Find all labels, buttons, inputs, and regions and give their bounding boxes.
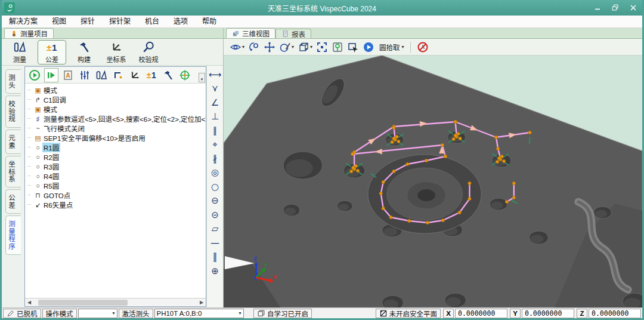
tree-tool-coordsys-button[interactable] xyxy=(128,68,142,82)
tree-tool-step-run-button[interactable] xyxy=(44,68,58,82)
safety-plane-label: 未开启安全平面 xyxy=(389,309,438,318)
svg-text:±: ± xyxy=(47,42,52,52)
window-title: 天准三坐标系统 VispecCube 2024 xyxy=(2,3,642,13)
toolbar-overflow-button[interactable]: ▾ xyxy=(199,73,205,82)
gdt-perpendicularity-button[interactable]: ⊥ xyxy=(209,110,222,124)
horizontal-scrollbar[interactable]: ◀ ▶ xyxy=(25,298,206,306)
coord-value-X: 0.0000000 xyxy=(455,309,507,318)
tree-item-5[interactable]: ┄▤SEP1安全平面偏移<10>是否启用 xyxy=(27,133,206,143)
gdt-total-runout-button[interactable]: ⊕ xyxy=(209,264,222,278)
gdt-parallelism-button[interactable]: ∥ xyxy=(209,124,222,138)
scrollbar-thumb[interactable] xyxy=(38,300,128,306)
gdt-concentricity-button[interactable]: ◎ xyxy=(209,166,222,180)
menu-item-0[interactable]: 解决方案 xyxy=(2,16,45,28)
side-tab-5[interactable]: 测量程序 xyxy=(5,216,21,255)
gdt-runout-button[interactable]: ⊝ xyxy=(209,208,222,222)
tree-item-10[interactable]: ┄○R5圆 xyxy=(27,181,206,190)
tree-item-icon: ▤ xyxy=(33,134,42,142)
minimize-button[interactable] xyxy=(589,1,606,14)
probe-dropdown[interactable]: PH10T A:0,B:0▾ xyxy=(154,309,244,318)
tree-item-icon: ▣ xyxy=(33,106,42,113)
menu-item-2[interactable]: 探针 xyxy=(73,16,102,28)
scroll-right-arrow[interactable]: ▶ xyxy=(197,299,206,306)
gdt-position-button[interactable]: ⌖ xyxy=(209,138,222,152)
menu-item-4[interactable]: 机台 xyxy=(138,16,166,28)
move-cross-button[interactable] xyxy=(262,40,277,54)
menu-item-5[interactable]: 选项 xyxy=(166,16,195,28)
tree-tool-probe-target-button[interactable] xyxy=(178,68,192,82)
menu-item-1[interactable]: 视图 xyxy=(45,16,73,28)
gdt-symmetry-button[interactable]: ‖ xyxy=(209,250,222,264)
scroll-left-arrow[interactable]: ◀ xyxy=(25,299,33,306)
tree-item-8[interactable]: ┄○R3圆 xyxy=(27,162,206,171)
svg-text:1: 1 xyxy=(151,70,156,80)
gdt-straightness-button[interactable]: — xyxy=(209,236,222,250)
tree-tool-program-doc-button[interactable]: A xyxy=(61,68,75,82)
ribbon-measure-button[interactable]: 测量 xyxy=(5,40,34,64)
select-rotate-button[interactable]: ▾ xyxy=(278,40,295,54)
tree-item-0[interactable]: ┄▣模式 xyxy=(27,85,206,95)
tree-tool-tolerance-button[interactable]: ±1 xyxy=(144,68,159,82)
side-tab-0[interactable]: 测头 xyxy=(5,69,21,94)
tree-item-icon: ⊓ xyxy=(33,192,42,199)
ribbon-coordsys-button[interactable]: 坐标系 xyxy=(102,40,131,64)
gauge-icon xyxy=(142,41,155,54)
maximize-button[interactable] xyxy=(606,1,624,14)
circle-pick-button[interactable]: 圆拾取▾ xyxy=(377,40,405,54)
tree-item-7[interactable]: ┄○R2圆 xyxy=(27,152,206,162)
tree-tool-build-button[interactable] xyxy=(161,68,175,82)
toolbar-divider xyxy=(410,42,411,53)
tree-panel: A±1▾ ┄▣模式┄↱C1回调┄▣模式┄♯测量参数逼近<5>,回退<5>,搜索<… xyxy=(24,66,206,307)
gdt-distance-button[interactable]: ⟷ xyxy=(209,67,222,82)
view-tab-1[interactable]: 报表 xyxy=(275,29,311,38)
tree-item-2[interactable]: ┄▣模式 xyxy=(27,104,206,114)
tree-item-4[interactable]: ┄~飞行模式关闭 xyxy=(27,124,206,133)
gdt-diameter-button[interactable]: ⊖ xyxy=(209,194,222,208)
ribbon-tolerance-button[interactable]: ±1公差 xyxy=(38,40,66,64)
probe-label: 激活测头 xyxy=(119,309,153,318)
pin-marker-button[interactable] xyxy=(330,40,345,54)
mode-dropdown[interactable]: ▾ xyxy=(78,309,117,318)
mode-label: 操作模式 xyxy=(42,309,77,318)
tree-item-6[interactable]: ┄○R1圆 xyxy=(27,143,206,152)
pan-view-button[interactable] xyxy=(346,40,360,54)
fit-view-button[interactable] xyxy=(315,40,329,54)
tab-measure-items[interactable]: 测量项目 xyxy=(4,28,54,38)
learn-book-icon xyxy=(257,309,265,318)
tree-item-9[interactable]: ┄○R4圆 xyxy=(27,171,206,181)
view-tab-0[interactable]: 三维视图 xyxy=(226,28,275,38)
gdt-roundness-button[interactable]: ○ xyxy=(209,180,222,194)
menu-item-6[interactable]: 帮助 xyxy=(195,16,224,28)
gdt-angularity-button[interactable]: ∦ xyxy=(209,152,222,166)
side-tab-2[interactable]: 元素 xyxy=(5,130,21,154)
play-run-button[interactable] xyxy=(361,40,376,54)
ribbon-gauge-button[interactable]: 校验规 xyxy=(134,40,163,64)
tolerance-icon: ±1 xyxy=(45,41,58,54)
side-tab-1[interactable]: 校验规 xyxy=(5,96,21,128)
no-safety-icon xyxy=(379,309,388,318)
tree-item-3[interactable]: ┄♯测量参数逼近<5>,回退<5>,搜索<6>,定位<2>,定位加<2>,测量 xyxy=(27,114,206,124)
ribbon-build-button[interactable]: 构建 xyxy=(70,40,98,64)
side-tab-4[interactable]: 公差 xyxy=(5,189,21,214)
side-tab-3[interactable]: 坐标系 xyxy=(5,156,21,188)
close-button[interactable] xyxy=(624,1,642,14)
viewport-3d[interactable]: ZYX xyxy=(224,56,642,307)
tree-item-11[interactable]: ┄⊓GOTO点 xyxy=(27,190,206,200)
menu-item-3[interactable]: 探针架 xyxy=(102,16,138,28)
tree-tool-measure-button[interactable] xyxy=(94,68,109,82)
svg-text:X: X xyxy=(273,274,277,280)
gdt-angle-between-button[interactable]: ⋎ xyxy=(209,82,222,96)
tree-tool-params-sliders-button[interactable] xyxy=(78,68,92,82)
disable-clock-button[interactable] xyxy=(416,40,430,54)
cube-view-button[interactable]: ▾ xyxy=(296,40,314,54)
tree-tool-run-button[interactable] xyxy=(27,68,42,82)
gdt-angle-button[interactable]: ∠ xyxy=(209,96,222,110)
view-eye-button[interactable]: ▾ xyxy=(228,40,246,54)
tree-tool-goto-corner-button[interactable] xyxy=(111,68,125,82)
tree-item-icon: ~ xyxy=(33,125,42,132)
viewport-canvas[interactable]: ZYX xyxy=(224,56,642,307)
tree-item-1[interactable]: ┄↱C1回调 xyxy=(27,95,206,104)
gdt-flatness-button[interactable]: ▱ xyxy=(209,222,222,236)
tree-item-12[interactable]: ┄↙R6矢量点 xyxy=(27,200,206,210)
orbit-button[interactable] xyxy=(247,40,261,54)
